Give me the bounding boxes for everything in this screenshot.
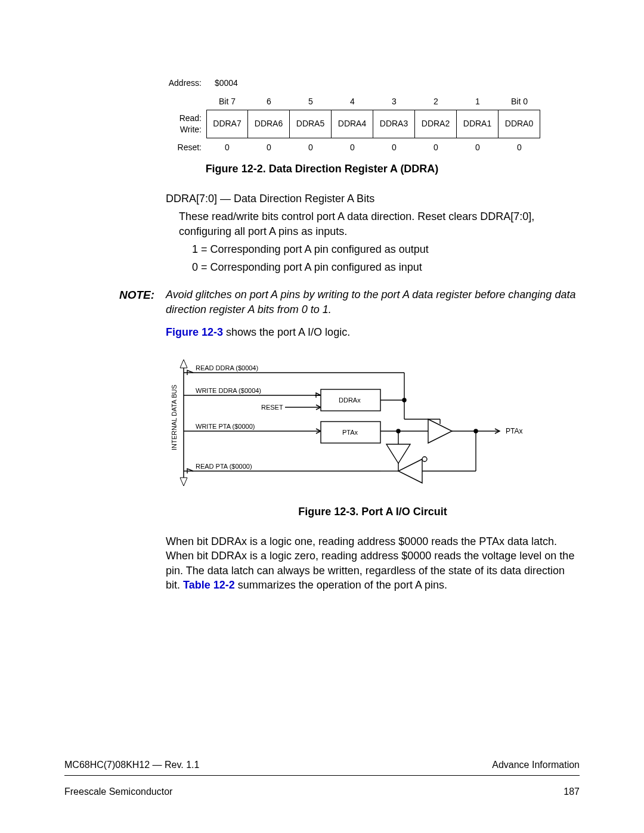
reset-value: 0 <box>499 138 540 153</box>
reset-value: 0 <box>248 138 290 153</box>
table-link[interactable]: Table 12-2 <box>183 579 235 591</box>
bit-header: Bit 7 <box>206 94 248 110</box>
box-label: DDRAx <box>339 397 361 404</box>
footer-line-1: MC68HC(7)08KH12 — Rev. 1.1 Advance Infor… <box>64 758 580 776</box>
bit-cell: DDRA2 <box>415 110 457 138</box>
company-name: Freescale Semiconductor <box>64 785 172 798</box>
bit-cell: DDRA7 <box>206 110 248 138</box>
bit-header: 6 <box>248 94 290 110</box>
reset-value: 0 <box>206 138 248 153</box>
bit-cell: DDRA5 <box>290 110 332 138</box>
reset-value: 0 <box>415 138 457 153</box>
bit-cell: DDRA4 <box>332 110 373 138</box>
after-note-line: Figure 12-3 shows the port A I/O logic. <box>166 325 580 339</box>
svg-point-23 <box>422 457 427 462</box>
reset-label: Reset: <box>166 138 206 153</box>
note-text: Avoid glitches on port A pins by writing… <box>166 287 580 317</box>
sig-label: READ PTA ($0000) <box>196 463 252 470</box>
page: Address: $0004 Bit 7 6 5 4 3 2 1 Bit 0 R… <box>0 0 644 833</box>
bit-cell: DDRA1 <box>457 110 499 138</box>
reset-label: RESET <box>261 404 283 411</box>
figure-link[interactable]: Figure 12-3 <box>166 326 223 338</box>
reset-value: 0 <box>457 138 499 153</box>
reset-value: 0 <box>290 138 332 153</box>
bit-header: 5 <box>290 94 332 110</box>
bit-cell: DDRA3 <box>373 110 415 138</box>
svg-marker-22 <box>398 459 422 483</box>
bit-header: 2 <box>415 94 457 110</box>
field-desc: These read/write bits control port A dat… <box>179 209 580 239</box>
svg-marker-1 <box>180 360 187 368</box>
value-0: 0 = Corresponding port A pin configured … <box>192 260 580 274</box>
reset-value: 0 <box>373 138 415 153</box>
bit-cell: DDRA6 <box>248 110 290 138</box>
bit-header: 3 <box>373 94 415 110</box>
doc-id: MC68HC(7)08KH12 — Rev. 1.1 <box>64 758 199 772</box>
sig-label: READ DDRA ($0004) <box>196 364 258 371</box>
register-table: Address: $0004 Bit 7 6 5 4 3 2 1 Bit 0 R… <box>166 78 580 153</box>
page-number: 187 <box>564 785 580 798</box>
doc-status: Advance Information <box>492 758 580 772</box>
sig-label: WRITE DDRA ($0004) <box>196 387 261 394</box>
bit-cell: DDRA0 <box>499 110 540 138</box>
bus-label: INTERNAL DATA BUS <box>171 385 178 451</box>
address-label: Address: <box>166 78 202 89</box>
svg-point-20 <box>397 429 400 433</box>
field-title: DDRA[7:0] — Data Direction Register A Bi… <box>166 191 580 206</box>
io-diagram: INTERNAL DATA BUS <box>166 355 580 496</box>
figure-caption-1: Figure 12-2. Data Direction Register A (… <box>64 162 580 176</box>
svg-marker-18 <box>386 444 410 463</box>
bit-header: 4 <box>332 94 373 110</box>
after-note-rest: shows the port A I/O logic. <box>223 326 350 338</box>
pin-label: PTAx <box>506 427 522 435</box>
figure-caption-2: Figure 12-3. Port A I/O Circuit <box>166 504 580 519</box>
svg-point-28 <box>474 429 478 433</box>
address-value: $0004 <box>215 78 238 88</box>
box-label: PTAx <box>342 429 358 436</box>
note-block: NOTE: Avoid glitches on port A pins by w… <box>119 287 580 317</box>
paragraph-2: When bit DDRAx is a logic one, reading a… <box>166 534 580 592</box>
svg-point-21 <box>402 398 406 402</box>
bit-header: 1 <box>457 94 499 110</box>
para2-text2: summarizes the operation of the port A p… <box>235 579 447 591</box>
note-label: NOTE: <box>119 287 166 317</box>
bit-header: Bit 0 <box>499 94 540 110</box>
svg-marker-2 <box>180 478 187 486</box>
sig-label: WRITE PTA ($0000) <box>196 423 255 430</box>
reset-value: 0 <box>332 138 373 153</box>
read-write-label: Read: Write: <box>166 110 206 138</box>
footer-line-2: Freescale Semiconductor 187 <box>64 785 580 798</box>
value-1: 1 = Corresponding port A pin configured … <box>192 242 580 256</box>
body-text: DDRA[7:0] — Data Direction Register A Bi… <box>166 191 580 274</box>
